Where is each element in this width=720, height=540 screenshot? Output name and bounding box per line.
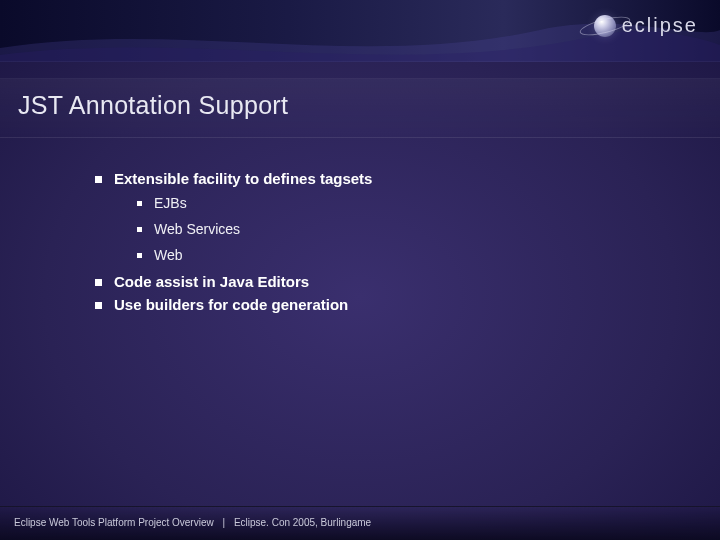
bullet-item: Extensible facility to defines tagsets [95,170,680,187]
slide-title: JST Annotation Support [18,91,720,120]
bullet-text: Code assist in Java Editors [114,273,309,290]
footer-separator: | [222,517,225,528]
sub-bullet-item: Web [137,247,680,263]
sub-bullet-item: EJBs [137,195,680,211]
square-bullet-icon [137,227,142,232]
header-band: eclipse [0,0,720,62]
square-bullet-icon [95,279,102,286]
bullet-item: Use builders for code generation [95,296,680,313]
bullet-text: Web Services [154,221,240,237]
square-bullet-icon [95,176,102,183]
footer-left: Eclipse Web Tools Platform Project Overv… [14,517,214,528]
bullet-text: EJBs [154,195,187,211]
bullet-item: Code assist in Java Editors [95,273,680,290]
title-bar: JST Annotation Support [0,78,720,138]
bullet-text: Use builders for code generation [114,296,348,313]
eclipse-logo: eclipse [594,14,698,37]
footer-right: Eclipse. Con 2005, Burlingame [234,517,371,528]
bullet-text: Extensible facility to defines tagsets [114,170,372,187]
bullet-text: Web [154,247,183,263]
footer: Eclipse Web Tools Platform Project Overv… [0,506,720,540]
square-bullet-icon [137,201,142,206]
square-bullet-icon [137,253,142,258]
sub-bullet-item: Web Services [137,221,680,237]
slide-content: Extensible facility to defines tagsets E… [95,170,680,319]
brand-text: eclipse [622,14,698,37]
eclipse-orb-icon [594,15,616,37]
square-bullet-icon [95,302,102,309]
